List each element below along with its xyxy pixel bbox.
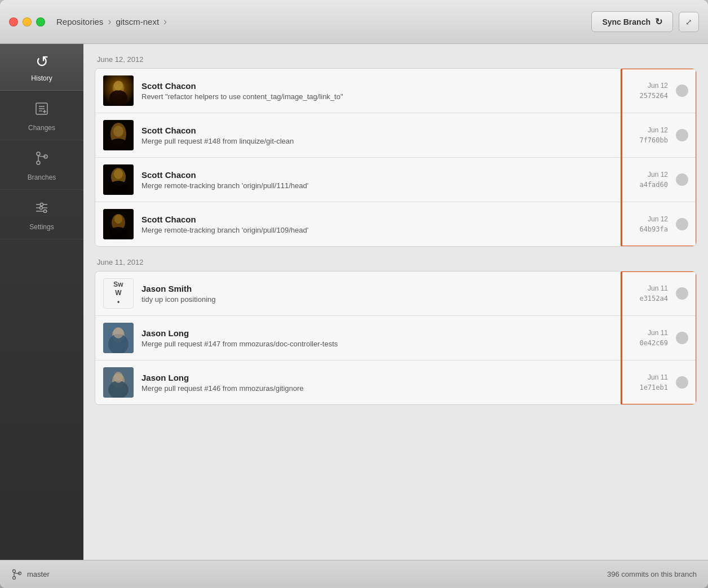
commit-count: 396 commits on this branch	[607, 570, 697, 578]
commit-meta: Jun 11 0e42c69	[617, 329, 668, 347]
avatar	[103, 367, 134, 398]
avatar-text: Sw	[113, 280, 123, 289]
commit-dot	[676, 332, 688, 344]
commit-dot	[676, 218, 688, 230]
svg-point-7	[37, 161, 40, 164]
commit-row[interactable]: Scott Chacon Merge remote-tracking branc…	[95, 202, 696, 246]
commit-meta: Jun 12 64b93fa	[617, 215, 668, 233]
sidebar-item-branches[interactable]: Branches	[0, 140, 83, 190]
commit-dot	[676, 173, 688, 186]
commit-author: Jason Long	[141, 373, 609, 382]
commit-date: Jun 12	[648, 171, 668, 179]
commit-author: Scott Chacon	[141, 126, 609, 135]
avatar: Sw W •	[103, 278, 134, 309]
sidebar-label-history: History	[31, 74, 52, 82]
commit-message: Merge pull request #147 from mmozuras/do…	[141, 340, 609, 348]
commit-author: Scott Chacon	[141, 215, 609, 224]
commit-author: Scott Chacon	[141, 170, 609, 180]
svg-rect-23	[103, 75, 134, 106]
avatar	[103, 323, 134, 353]
branch-name: master	[27, 570, 50, 578]
commit-dot	[676, 376, 688, 389]
svg-point-49	[13, 569, 16, 572]
breadcrumb: Repositories › gitscm-next ›	[56, 16, 591, 28]
commit-message: Merge remote-tracking branch 'origin/pul…	[141, 226, 609, 234]
commit-message: Merge pull request #148 from linquize/gi…	[141, 137, 609, 145]
branch-info: master	[11, 569, 50, 580]
commit-meta: Jun 12 2575264	[617, 82, 668, 100]
minimize-button[interactable]	[23, 17, 32, 26]
app-window: Repositories › gitscm-next › Sync Branch…	[0, 0, 708, 588]
sidebar-item-changes[interactable]: Changes	[0, 91, 83, 140]
commit-date: Jun 12	[648, 126, 668, 134]
commit-group-2: Sw W • Jason Smith tidy up icon position…	[95, 271, 697, 405]
commit-info: Jason Long Merge pull request #146 from …	[141, 373, 609, 393]
window-controls	[9, 17, 45, 26]
branches-icon	[34, 150, 50, 169]
sidebar-item-settings[interactable]: Settings	[0, 190, 83, 239]
commit-dot	[676, 129, 688, 141]
history-icon: ↺	[36, 54, 48, 70]
settings-icon	[34, 200, 50, 219]
avatar	[103, 209, 134, 239]
avatar-text-3: •	[117, 298, 120, 307]
breadcrumb-sep-2: ›	[163, 16, 167, 28]
commit-message: Merge pull request #146 from mmozuras/gi…	[141, 384, 609, 393]
sidebar-label-settings: Settings	[29, 223, 54, 231]
svg-rect-48	[103, 367, 134, 398]
commit-info: Jason Smith tidy up icon positioning	[141, 284, 609, 304]
commit-hash: 1e71eb1	[639, 384, 668, 391]
breadcrumb-repo[interactable]: gitscm-next	[116, 17, 159, 26]
avatar	[103, 164, 134, 195]
sync-branch-label: Sync Branch	[602, 17, 651, 26]
refresh-icon: ↻	[655, 16, 662, 27]
commit-info: Scott Chacon Merge remote-tracking branc…	[141, 215, 609, 234]
close-button[interactable]	[9, 17, 18, 26]
commit-row[interactable]: Scott Chacon Merge remote-tracking branc…	[95, 158, 696, 202]
commit-meta: Jun 12 a4fad60	[617, 171, 668, 189]
breadcrumb-repos[interactable]: Repositories	[56, 17, 103, 26]
changes-icon	[34, 101, 50, 119]
expand-button[interactable]: ⤢	[679, 12, 699, 32]
commit-row[interactable]: Scott Chacon Revert "refactor helpers to…	[95, 69, 696, 113]
maximize-button[interactable]	[36, 17, 45, 26]
commit-date: Jun 12	[648, 215, 668, 223]
commit-hash: a4fad60	[639, 181, 668, 189]
commit-group-1: Scott Chacon Revert "refactor helpers to…	[95, 68, 697, 247]
svg-point-6	[37, 152, 40, 155]
statusbar: master 396 commits on this branch	[0, 560, 708, 588]
sidebar-label-branches: Branches	[28, 173, 56, 181]
commit-date: Jun 11	[648, 373, 668, 381]
commit-dot	[676, 84, 688, 97]
svg-point-17	[40, 207, 43, 210]
commit-dot	[676, 287, 688, 300]
commit-info: Jason Long Merge pull request #147 from …	[141, 328, 609, 348]
commit-row[interactable]: Jason Long Merge pull request #147 from …	[95, 316, 696, 360]
sidebar: ↺ History Changes	[0, 44, 83, 560]
commit-row[interactable]: Scott Chacon Merge pull request #148 fro…	[95, 113, 696, 158]
commit-message: Revert "refactor helpers to use content_…	[141, 92, 609, 101]
commit-row[interactable]: Sw W • Jason Smith tidy up icon position…	[95, 271, 696, 316]
expand-icon: ⤢	[685, 17, 692, 26]
commit-message: tidy up icon positioning	[141, 295, 609, 304]
sidebar-label-changes: Changes	[28, 124, 55, 132]
commit-date: Jun 11	[648, 329, 668, 337]
main-area: ↺ History Changes	[0, 44, 708, 560]
commit-meta: Jun 11 e3152a4	[617, 284, 668, 302]
svg-rect-43	[103, 323, 134, 353]
commit-row[interactable]: Jason Long Merge pull request #146 from …	[95, 360, 696, 404]
commit-hash: 0e42c69	[639, 339, 668, 347]
commit-author: Jason Long	[141, 328, 609, 338]
titlebar-actions: Sync Branch ↻ ⤢	[591, 11, 699, 32]
commit-meta: Jun 12 7f760bb	[617, 126, 668, 144]
avatar	[103, 75, 134, 106]
svg-point-18	[44, 210, 47, 213]
svg-rect-38	[103, 209, 134, 239]
commit-hash: e3152a4	[639, 295, 668, 302]
sync-branch-button[interactable]: Sync Branch ↻	[591, 11, 673, 32]
sidebar-item-history[interactable]: ↺ History	[0, 44, 83, 91]
commit-info: Scott Chacon Revert "refactor helpers to…	[141, 81, 609, 101]
date-group-1-label: June 12, 2012	[95, 55, 697, 64]
commit-hash: 64b93fa	[639, 225, 668, 233]
commit-date: Jun 11	[648, 284, 668, 292]
